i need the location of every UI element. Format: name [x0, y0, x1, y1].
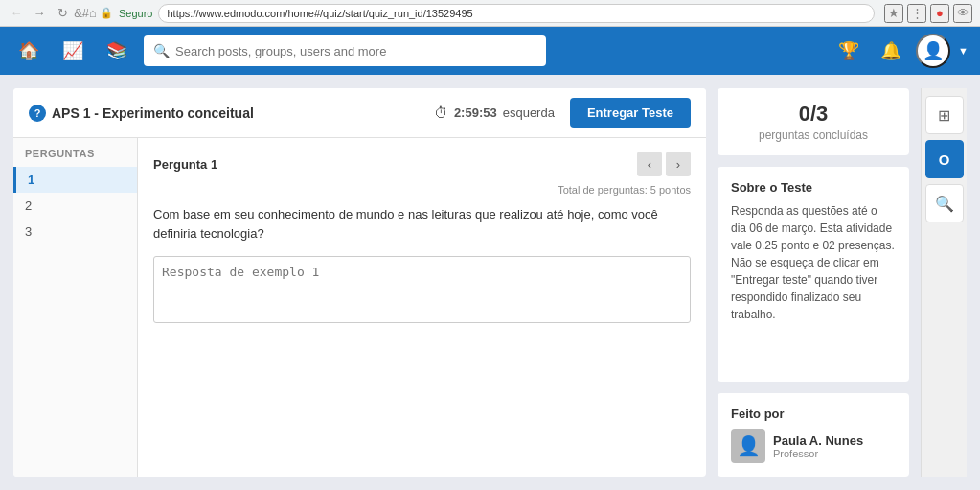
office-icon-btn[interactable]: O [925, 140, 964, 178]
user-avatar-btn[interactable]: 👤 [916, 34, 950, 68]
question-nav: ‹ › [637, 152, 691, 176]
question-area-header: Pergunta 1 ‹ › [153, 152, 691, 176]
about-text: Responda as questões até o dia 06 de mar… [731, 202, 896, 323]
home-btn[interactable]: &#⌂ [77, 5, 94, 22]
about-box: Sobre o Teste Responda as questões até o… [718, 167, 909, 382]
quiz-timer: ⏱ 2:59:53 esquerda [434, 105, 555, 121]
url-bar[interactable]: https://www.edmodo.com/home#/quiz/start/… [158, 4, 875, 23]
lock-label: Seguro [119, 8, 152, 19]
question-item-3[interactable]: 3 [13, 219, 137, 245]
home-icon-btn[interactable]: 🏠 [11, 34, 46, 68]
author-box: Feito por 👤 Paula A. Nunes Professor [718, 393, 909, 477]
browser-menu-btn[interactable]: ⋮ [907, 4, 926, 23]
prev-question-btn[interactable]: ‹ [637, 152, 662, 176]
quiz-title-area: ? APS 1 - Experimento conceitual [29, 105, 254, 122]
apps-icon-btn[interactable]: ⊞ [925, 96, 964, 134]
right-panel: 0/3 perguntas concluídas Sobre o Teste R… [718, 88, 909, 477]
activity-icon-btn[interactable]: 📈 [56, 34, 90, 68]
sidebar-label: PERGUNTAS [13, 148, 137, 167]
bookmark-btn[interactable]: ★ [884, 4, 903, 23]
author-details: Paula A. Nunes Professor [773, 433, 863, 459]
avatar-chevron: ▼ [958, 45, 969, 57]
timer-value: 2:59:53 [454, 105, 497, 120]
question-item-1[interactable]: 1 [13, 167, 137, 193]
url-text: https://www.edmodo.com/home#/quiz/start/… [167, 8, 472, 19]
search-icon-btn[interactable]: 🔍 [925, 184, 964, 222]
header-right: 🏆 🔔 👤 ▼ [832, 34, 969, 68]
author-label: Feito por [731, 407, 896, 421]
search-icon: 🔍 [153, 43, 170, 58]
refresh-btn[interactable]: ↻ [54, 5, 71, 22]
extension-btn2[interactable]: 👁 [953, 4, 972, 23]
backpack-icon-btn[interactable]: 📚 [100, 34, 134, 68]
quiz-header: ? APS 1 - Experimento conceitual ⏱ 2:59:… [13, 88, 706, 138]
score-box: 0/3 perguntas concluídas [718, 88, 909, 155]
lock-icon: 🔒 [100, 7, 113, 19]
score-label: perguntas concluídas [731, 128, 896, 142]
question-area: Pergunta 1 ‹ › Total de perguntas: 5 pon… [138, 138, 706, 477]
browser-bar: ← → ↻ &#⌂ 🔒 Seguro https://www.edmodo.co… [0, 0, 980, 27]
extension-btn1[interactable]: ● [930, 4, 949, 23]
author-role: Professor [773, 448, 863, 459]
about-title: Sobre o Teste [731, 180, 896, 195]
search-bar: 🔍 [144, 35, 546, 66]
questions-sidebar: PERGUNTAS 1 2 3 [13, 138, 138, 477]
timer-suffix: esquerda [503, 105, 555, 120]
quiz-panel: ? APS 1 - Experimento conceitual ⏱ 2:59:… [13, 88, 706, 477]
app-header: 🏠 📈 📚 🔍 🏆 🔔 👤 ▼ [0, 27, 980, 75]
trophy-icon-btn[interactable]: 🏆 [832, 34, 866, 68]
total-label: Total de perguntas: 5 pontos [153, 184, 691, 196]
forward-btn[interactable]: → [31, 5, 48, 22]
bell-icon-btn[interactable]: 🔔 [874, 34, 908, 68]
question-text: Com base em seu conhecimento de mundo e … [153, 205, 691, 243]
author-avatar: 👤 [731, 429, 765, 463]
score-fraction: 0/3 [731, 102, 896, 127]
quiz-body: PERGUNTAS 1 2 3 Pergunta 1 ‹ › Total de … [13, 138, 706, 477]
author-info: 👤 Paula A. Nunes Professor [731, 429, 896, 463]
timer-clock-icon: ⏱ [434, 105, 448, 121]
submit-test-button[interactable]: Entregar Teste [570, 98, 691, 128]
answer-textarea[interactable] [153, 256, 691, 323]
side-icons-panel: ⊞ O 🔍 [921, 88, 967, 477]
author-name: Paula A. Nunes [773, 433, 863, 448]
back-btn[interactable]: ← [8, 5, 25, 22]
next-question-btn[interactable]: › [666, 152, 691, 176]
quiz-title: APS 1 - Experimento conceitual [52, 105, 254, 121]
question-item-2[interactable]: 2 [13, 193, 137, 219]
quiz-help-icon: ? [29, 105, 46, 122]
question-label: Pergunta 1 [153, 157, 217, 172]
search-input[interactable] [175, 44, 536, 58]
